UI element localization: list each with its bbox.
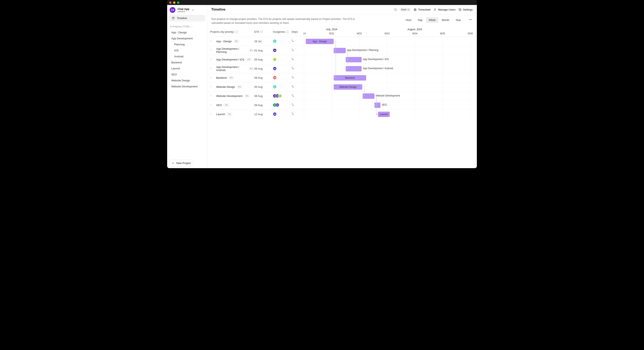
dependency-icon bbox=[292, 76, 294, 79]
gantt-bar-label: App Development / iOS bbox=[363, 58, 389, 61]
gantt-chart[interactable]: 30 July, 2024August, 2024W31W32W33W34W35… bbox=[303, 27, 477, 168]
drag-handle-icon[interactable]: ⠿ bbox=[210, 58, 214, 61]
sidebar-project-item[interactable]: App Development bbox=[168, 35, 206, 41]
assignees[interactable]: SS bbox=[273, 112, 292, 116]
dependency-button[interactable] bbox=[292, 67, 300, 70]
workspace-switcher[interactable]: CA Chat App OWNER bbox=[167, 5, 207, 15]
nav-timeline[interactable]: Timeline bbox=[169, 15, 205, 21]
table-row[interactable]: ⠿Website Design0%05 AugC bbox=[207, 82, 303, 91]
new-project-button[interactable]: New Project bbox=[169, 160, 194, 166]
dependency-button[interactable] bbox=[292, 40, 300, 43]
table-row[interactable]: ⠿Website Development0%08 AugJRSSJ bbox=[207, 91, 303, 100]
sidebar-project-item[interactable]: Backend bbox=[168, 59, 206, 65]
gantt-bar[interactable]: Launch bbox=[378, 112, 390, 117]
scale-week[interactable]: Week bbox=[426, 17, 438, 23]
sidebar-project-item[interactable]: Website Design bbox=[168, 77, 206, 83]
assignees[interactable]: J bbox=[273, 58, 292, 61]
drag-handle-icon[interactable]: ⠿ bbox=[210, 86, 214, 88]
section-label-text: In Progress (7/100) bbox=[170, 25, 190, 28]
dependency-icon bbox=[292, 67, 294, 70]
drag-handle-icon[interactable]: ⠿ bbox=[210, 95, 214, 97]
sidebar-project-item[interactable]: App - Design bbox=[168, 29, 206, 35]
manage-users-button[interactable]: Manage Users bbox=[434, 8, 456, 11]
table-row[interactable]: ⠿App Development / Android0%05 AugSS bbox=[207, 64, 303, 73]
sidebar-project-subitem[interactable]: iOS bbox=[168, 47, 206, 53]
assignees[interactable]: JR bbox=[273, 49, 292, 52]
settings-button[interactable]: Settings bbox=[458, 8, 473, 11]
dependency-button[interactable] bbox=[292, 49, 300, 52]
drag-handle-icon[interactable]: ⠿ bbox=[210, 113, 214, 116]
dependency-button[interactable] bbox=[292, 103, 300, 107]
drag-handle-icon[interactable]: ⠿ bbox=[210, 67, 214, 70]
dependency-button[interactable] bbox=[292, 85, 300, 88]
dependency-icon bbox=[292, 94, 294, 97]
table-row[interactable]: ⠿App - Design0%29 JulC bbox=[207, 37, 303, 46]
info-icon[interactable]: i bbox=[286, 31, 289, 33]
table-row[interactable]: ⠿App Development / iOS0%05 AugJ bbox=[207, 55, 303, 64]
info-icon[interactable]: i bbox=[235, 31, 238, 33]
dependency-button[interactable] bbox=[292, 76, 300, 79]
sidebar-project-item[interactable]: Website Development bbox=[168, 83, 206, 89]
col-deps-label: Deps bbox=[292, 30, 300, 33]
dependency-button[interactable] bbox=[292, 58, 300, 61]
page-title: Timeline bbox=[211, 8, 226, 12]
sidebar-project-subitem[interactable]: Android bbox=[168, 53, 206, 59]
drag-handle-icon[interactable]: ⠿ bbox=[210, 76, 214, 79]
scale-year[interactable]: Year bbox=[453, 17, 464, 23]
gantt-row: App Development / Planning bbox=[303, 46, 477, 55]
table-row[interactable]: ⠿Backend0%06 AugAR bbox=[207, 73, 303, 82]
svg-point-6 bbox=[470, 20, 471, 20]
dependency-icon bbox=[292, 40, 294, 42]
table-row[interactable]: ⠿SEO0%09 AugNSS bbox=[207, 100, 303, 110]
svg-point-4 bbox=[460, 9, 460, 10]
info-icon[interactable]: i bbox=[260, 31, 263, 33]
drag-handle-icon[interactable]: ⠿ bbox=[210, 104, 214, 106]
section-in-progress[interactable]: In Progress (7/100) bbox=[167, 25, 207, 29]
page-header: Timeline Cmd + k Timesheet Manage Users bbox=[207, 5, 477, 14]
gantt-bar[interactable] bbox=[374, 102, 380, 108]
dependency-button[interactable] bbox=[292, 112, 300, 116]
dependency-icon bbox=[292, 85, 294, 88]
sidebar-project-subitem[interactable]: Planning bbox=[168, 41, 206, 47]
chevron-down-icon bbox=[191, 26, 193, 28]
drag-handle-icon[interactable]: ⠿ bbox=[210, 49, 214, 52]
gantt-bar[interactable]: App - Design bbox=[306, 39, 334, 44]
eta-value: 06 Aug bbox=[254, 76, 273, 79]
gantt-bar[interactable] bbox=[346, 66, 362, 71]
assignees[interactable]: C bbox=[273, 85, 292, 89]
scale-hour[interactable]: Hour bbox=[403, 17, 414, 23]
svg-rect-2 bbox=[414, 9, 416, 11]
project-name: Launch bbox=[216, 113, 225, 116]
week-label: W35 bbox=[440, 32, 445, 35]
eta-value: 05 Aug bbox=[254, 85, 273, 88]
drag-handle-icon[interactable]: ⠿ bbox=[210, 40, 214, 43]
col-projects-label: Projects (by priority) bbox=[210, 30, 234, 33]
sidebar-project-item[interactable]: SEO bbox=[168, 71, 206, 77]
assignees[interactable]: SS bbox=[273, 67, 292, 70]
assignees[interactable]: C bbox=[273, 39, 292, 43]
table-row[interactable]: ⠿App Development / Planning0%01 AugJR bbox=[207, 46, 303, 55]
search-icon[interactable] bbox=[394, 8, 397, 11]
sidebar-project-item[interactable]: Launch bbox=[168, 65, 206, 71]
col-eta-label: ETA bbox=[254, 30, 259, 33]
scale-month[interactable]: Month bbox=[439, 17, 452, 23]
minimize-window-button[interactable] bbox=[173, 2, 176, 4]
gantt-bar[interactable]: Backend bbox=[334, 75, 366, 81]
gantt-bar[interactable] bbox=[334, 48, 346, 53]
col-assignees-label: Assignees bbox=[273, 30, 285, 33]
more-options-button[interactable] bbox=[468, 17, 473, 23]
dependency-button[interactable] bbox=[292, 94, 300, 98]
gantt-bar[interactable]: Website Design bbox=[334, 84, 362, 90]
assignees[interactable]: AR bbox=[273, 76, 292, 80]
manage-users-label: Manage Users bbox=[438, 8, 456, 11]
gantt-bar[interactable] bbox=[363, 93, 374, 99]
table-row[interactable]: ⠿Launch0%12 AugSS bbox=[207, 110, 303, 119]
assignees[interactable]: NSS bbox=[273, 103, 292, 107]
close-window-button[interactable] bbox=[169, 2, 172, 4]
gantt-bar[interactable] bbox=[346, 57, 362, 62]
assignees[interactable]: JRSSJ bbox=[273, 94, 292, 98]
timesheet-button[interactable]: Timesheet bbox=[414, 8, 430, 11]
progress-badge: 0% bbox=[248, 49, 254, 52]
maximize-window-button[interactable] bbox=[177, 2, 179, 4]
scale-day[interactable]: Day bbox=[415, 17, 425, 23]
